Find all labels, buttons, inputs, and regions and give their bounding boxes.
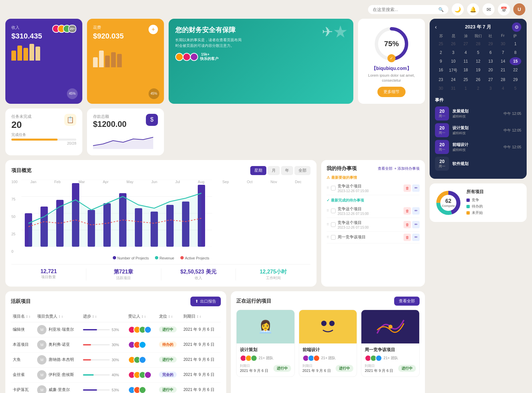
moon-icon-btn[interactable]: 🌙 bbox=[452, 3, 464, 15]
cal-cell-25[interactable]: 20 bbox=[485, 66, 497, 75]
cal-cell-40[interactable]: 4 bbox=[497, 84, 509, 92]
cal-cell-6[interactable]: 1 bbox=[510, 40, 521, 48]
cell-manager: M 伊利亚·愈候斯 bbox=[35, 367, 81, 382]
drag-handle-1[interactable]: ⠿ bbox=[327, 209, 329, 213]
cal-cell-8[interactable]: 3 bbox=[447, 49, 459, 57]
cal-cell-37[interactable]: 1 bbox=[460, 84, 471, 92]
cal-cell-2[interactable]: 27 bbox=[460, 40, 471, 48]
cal-cell-9[interactable]: 4 bbox=[460, 49, 471, 57]
cal-cell-10[interactable]: 5 bbox=[472, 49, 484, 57]
todo-view-all[interactable]: 查看全部 bbox=[378, 166, 392, 171]
cal-cell-15[interactable]: 10 bbox=[447, 57, 459, 65]
search-input[interactable] bbox=[373, 7, 436, 12]
project-meta-2: 到期日 2021 年 9 月 6 日 进行中 bbox=[365, 364, 416, 373]
user-avatar[interactable]: U bbox=[513, 3, 525, 15]
cal-cell-24[interactable]: 19 bbox=[472, 66, 484, 75]
todo-edit-2[interactable]: ✏ bbox=[412, 221, 420, 228]
tab-all[interactable]: 全部 bbox=[294, 166, 311, 175]
cal-cell-39[interactable]: 3 bbox=[485, 84, 497, 92]
cal-prev-btn[interactable]: ‹ bbox=[435, 24, 437, 30]
cal-cell-20[interactable]: 15 bbox=[510, 57, 521, 65]
bell-icon-btn[interactable]: 🔔 bbox=[467, 3, 479, 15]
todo-edit-0[interactable]: ✏ bbox=[412, 184, 420, 192]
cal-cell-22[interactable]: 17号 bbox=[447, 66, 459, 75]
todo-edit-1[interactable]: ✏ bbox=[412, 207, 420, 215]
todo-checkbox-3[interactable] bbox=[331, 235, 336, 240]
savings-icon: $ bbox=[146, 114, 158, 126]
promo-customers: 15k+ 快乐的客户 bbox=[200, 52, 218, 61]
gauge-more-btn[interactable]: 更多细节 bbox=[377, 87, 406, 97]
cal-cell-28[interactable]: 23 bbox=[435, 76, 447, 84]
todo-add-btn[interactable]: + 添加待办事项 bbox=[394, 166, 420, 171]
cal-cell-0[interactable]: 25 bbox=[435, 40, 447, 48]
mail-icon-btn[interactable]: ✉ bbox=[482, 3, 495, 15]
cal-cell-33[interactable]: 28 bbox=[497, 76, 509, 84]
tab-year[interactable]: 年 bbox=[281, 166, 293, 175]
cal-cell-11[interactable]: 6 bbox=[485, 49, 497, 57]
drag-handle[interactable]: ⠿ bbox=[327, 186, 329, 190]
calendar-header: ‹ 2023 年 7 月 › ⚙ bbox=[435, 24, 521, 30]
col-due[interactable]: 到期日 ↕ bbox=[181, 311, 221, 322]
todo-checkbox-2[interactable] bbox=[331, 222, 336, 227]
cal-cell-30[interactable]: 25 bbox=[460, 76, 471, 84]
cal-cell-21[interactable]: 16 bbox=[435, 66, 447, 75]
calendar-icon-btn[interactable]: 📅 bbox=[498, 3, 510, 15]
search-box[interactable]: 🔍 bbox=[368, 5, 448, 14]
cal-cell-3[interactable]: 28 bbox=[472, 40, 484, 48]
col-progress[interactable]: 进步 ↕ bbox=[81, 311, 126, 322]
project-card-2: 周一竞争该项目 21+ 团队 到期日 2021 年 9 月 6 日 bbox=[361, 310, 420, 377]
cal-cell-1[interactable]: 26 bbox=[447, 40, 459, 48]
tab-month[interactable]: 月 bbox=[268, 166, 280, 175]
cell-assignees bbox=[126, 337, 157, 352]
cal-cell-34[interactable]: 29 bbox=[510, 76, 521, 84]
chart-stats: 12,721 项目数量 第721章 活跃项目 $2,50,523 美元 收入 1… bbox=[11, 264, 311, 281]
cal-cell-4[interactable]: 29 bbox=[485, 40, 497, 48]
cal-cell-26[interactable]: 21 bbox=[497, 66, 509, 75]
todo-checkbox-1[interactable] bbox=[331, 209, 336, 213]
cards-row-2: 任务未完成 20 📋 完成任务 20/28 存款总额 $1200.00 bbox=[5, 108, 425, 155]
cal-cell-18[interactable]: 13 bbox=[485, 57, 497, 65]
cal-cell-41[interactable]: 5 bbox=[510, 84, 521, 92]
cal-cell-7[interactable]: 2 bbox=[435, 49, 447, 57]
cal-cell-36[interactable]: 31 bbox=[447, 84, 459, 92]
cal-cell-14[interactable]: 9 bbox=[435, 57, 447, 65]
col-status[interactable]: 龙位 ↕ bbox=[157, 311, 181, 322]
cal-cell-35[interactable]: 30 bbox=[435, 84, 447, 92]
col-name[interactable]: 项目名 ↕ bbox=[11, 311, 35, 322]
tasks-progress-bar bbox=[11, 139, 76, 141]
todo-delete-3[interactable]: 🗑 bbox=[404, 234, 411, 241]
cal-cell-31[interactable]: 26 bbox=[472, 76, 484, 84]
todo-delete-0[interactable]: 🗑 bbox=[404, 184, 411, 192]
cal-cell-5[interactable]: 30 bbox=[497, 40, 509, 48]
manager-avatar: M bbox=[37, 370, 47, 380]
drag-handle-2[interactable]: ⠿ bbox=[327, 223, 329, 226]
cell-progress: 53% bbox=[81, 382, 126, 393]
project-overview-header: 项目概览 星期 月 年 全部 bbox=[11, 166, 311, 175]
cal-cell-38[interactable]: 2 bbox=[472, 84, 484, 92]
drag-handle-3[interactable]: ⠿ bbox=[327, 235, 329, 239]
cal-cell-29[interactable]: 24 bbox=[447, 76, 459, 84]
todo-delete-1[interactable]: 🗑 bbox=[404, 207, 411, 215]
cal-cell-13[interactable]: 8 bbox=[510, 49, 521, 57]
cal-cell-32[interactable]: 27 bbox=[485, 76, 497, 84]
cal-cell-23[interactable]: 18 bbox=[460, 66, 471, 75]
tab-week[interactable]: 星期 bbox=[250, 166, 266, 175]
col-manager[interactable]: 项目负责人 ↕ bbox=[35, 311, 81, 322]
add-expense-btn[interactable]: + bbox=[149, 25, 158, 34]
cal-settings-icon[interactable]: ⚙ bbox=[512, 22, 521, 32]
view-all-btn[interactable]: 查看全部 bbox=[394, 297, 420, 306]
todo-delete-2[interactable]: 🗑 bbox=[404, 221, 411, 228]
cal-cell-17[interactable]: 12 bbox=[472, 57, 484, 65]
todo-checkbox-0[interactable] bbox=[331, 186, 336, 190]
gauge-site-desc: Lorem ipsum dolor sat amet, consectetur bbox=[365, 73, 418, 83]
cal-cell-19[interactable]: 14 bbox=[497, 57, 509, 65]
cal-cell-16[interactable]: 11 bbox=[460, 57, 471, 65]
cal-cell-12[interactable]: 7 bbox=[497, 49, 509, 57]
revenue-amount: $310.435 bbox=[11, 32, 76, 41]
export-btn[interactable]: ⬆ 出口报告 bbox=[190, 297, 221, 306]
col-assignees[interactable]: 受让人 ↕ bbox=[126, 311, 157, 322]
expenses-amount: $920.035 bbox=[93, 32, 158, 41]
cal-cell-27[interactable]: 22 bbox=[510, 66, 521, 75]
todo-edit-3[interactable]: ✏ bbox=[412, 234, 420, 241]
avatar-badge: 25+ bbox=[68, 25, 76, 33]
